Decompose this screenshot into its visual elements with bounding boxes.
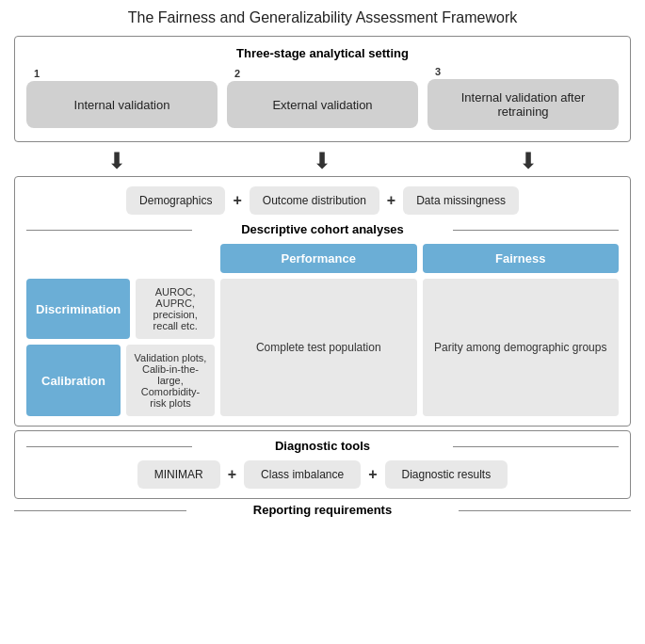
calibration-detail: Validation plots, Calib-in-the-large, Co…: [126, 345, 215, 416]
complete-test-box: Complete test population: [220, 279, 417, 416]
calibration-row: Calibration Validation plots, Calib-in-t…: [26, 345, 215, 416]
stage-1-number: 1: [34, 68, 40, 79]
arrows-row: ⬇ ⬇ ⬇: [14, 146, 631, 176]
stage-2: 2 External validation: [227, 68, 418, 128]
stage-3-box: Internal validation after retraining: [427, 79, 619, 130]
calibration-label: Calibration: [26, 345, 121, 416]
discrimination-detail: AUROC, AUPRC, precision, recall etc.: [136, 279, 215, 339]
diagnostic-title: Diagnostic tools: [26, 439, 619, 453]
desc-top-row: Demographics + Outcome distribution + Da…: [26, 186, 619, 215]
desc-demographics: Demographics: [126, 186, 225, 215]
descriptive-title: Descriptive cohort analyses: [26, 222, 619, 236]
diagnostic-section: Diagnostic tools MINIMAR + Class imbalan…: [14, 430, 631, 499]
performance-header: Performance: [220, 244, 417, 273]
stage-3: 3 Internal validation after retraining: [427, 66, 619, 130]
discrimination-row: Discrimination AUROC, AUPRC, precision, …: [26, 279, 215, 339]
diag-class-imbalance: Class imbalance: [244, 460, 361, 489]
stage-2-number: 2: [234, 68, 240, 79]
diag-minimar: MINIMAR: [137, 460, 220, 489]
diag-plus-1: +: [228, 466, 236, 483]
arrow-3: ⬇: [426, 150, 631, 172]
parity-box: Parity among demographic groups: [423, 279, 620, 416]
page-title: The Fairness and Generalizability Assess…: [14, 9, 631, 26]
diag-plus-2: +: [368, 466, 377, 483]
plus-1: +: [233, 192, 241, 209]
fairness-header: Fairness: [423, 244, 620, 273]
plus-2: +: [387, 192, 395, 209]
three-stage-title: Three-stage analytical setting: [26, 46, 619, 60]
stage-3-number: 3: [435, 66, 441, 77]
stage-1: 1 Internal validation: [26, 68, 218, 128]
perf-fair-grid: Performance Fairness Discrimination AURO…: [26, 244, 619, 416]
stage-2-box: External validation: [227, 81, 418, 128]
diag-results: Diagnostic results: [385, 460, 508, 489]
reporting-title: Reporting requirements: [14, 503, 631, 517]
three-stage-section: Three-stage analytical setting 1 Interna…: [14, 36, 631, 142]
stage-1-box: Internal validation: [26, 81, 218, 128]
descriptive-section: Demographics + Outcome distribution + Da…: [14, 176, 631, 427]
arrow-1: ⬇: [14, 150, 219, 172]
discrimination-label: Discrimination: [26, 279, 130, 339]
diagnostic-row: MINIMAR + Class imbalance + Diagnostic r…: [26, 460, 619, 489]
stages-row: 1 Internal validation 2 External validat…: [26, 66, 619, 130]
desc-outcome: Outcome distribution: [250, 186, 379, 215]
desc-missingness: Data missingness: [403, 186, 519, 215]
arrow-2: ⬇: [219, 150, 425, 172]
